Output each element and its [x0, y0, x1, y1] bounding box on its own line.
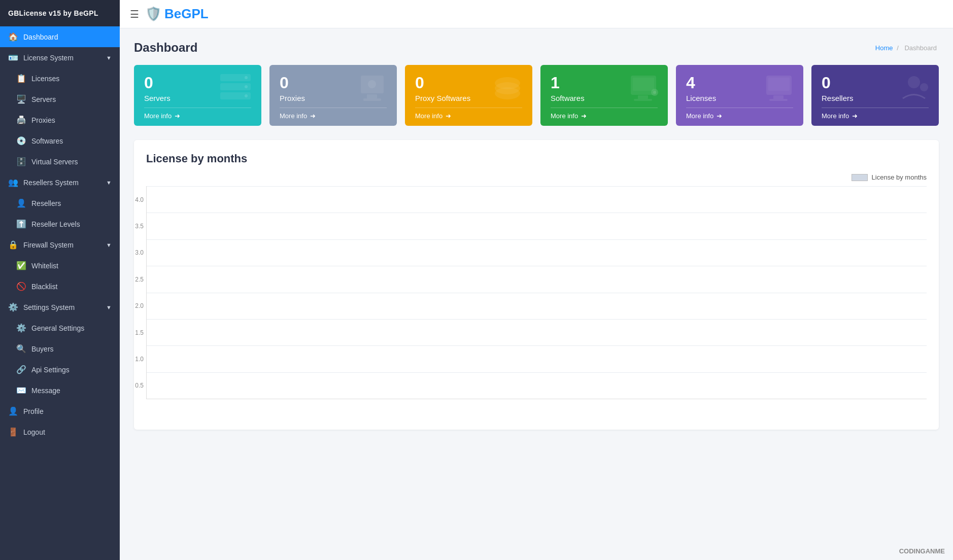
- svg-rect-22: [769, 99, 788, 101]
- whitelist-icon: ✅: [16, 261, 26, 270]
- breadcrumb-current: Dashboard: [904, 44, 937, 52]
- grid-line-35: 3.5: [147, 213, 927, 239]
- arrow-right-icon2: ➜: [310, 112, 316, 120]
- profile-icon: 👤: [8, 406, 18, 416]
- sidebar-item-api-settings[interactable]: 🔗 Api Settings: [0, 359, 120, 380]
- sidebar-label-virtual-servers: Virtual Servers: [31, 158, 78, 166]
- svg-point-4: [245, 85, 248, 88]
- resellers-more-info[interactable]: More info ➜: [822, 108, 929, 124]
- grid-label-15: 1.5: [128, 329, 144, 336]
- svg-rect-15: [638, 95, 648, 99]
- arrow-right-icon4: ➜: [581, 112, 587, 120]
- grid-line-25: 2.5: [147, 266, 927, 292]
- proxies-stat-card: 0 Proxies More info ➜: [269, 65, 397, 126]
- grid-line-30: 3.0: [147, 239, 927, 266]
- svg-point-18: [653, 91, 656, 94]
- sidebar-item-whitelist[interactable]: ✅ Whitelist: [0, 255, 120, 276]
- sidebar-label-whitelist: Whitelist: [31, 262, 58, 270]
- sidebar-label-resellers-system: Resellers System: [23, 179, 79, 187]
- proxy-softwares-more-info[interactable]: More info ➜: [415, 108, 522, 124]
- message-icon: ✉️: [16, 386, 26, 395]
- arrow-right-icon: ➜: [175, 112, 180, 120]
- content-area: Dashboard Home / Dashboard 0 Servers: [120, 28, 953, 560]
- logo-shield-icon: 🛡️: [145, 6, 161, 22]
- stat-cards: 0 Servers More info ➜: [134, 65, 939, 126]
- general-settings-icon: ⚙️: [16, 323, 26, 333]
- settings-icon: ⚙️: [8, 302, 18, 312]
- sidebar-item-firewall-system[interactable]: 🔒 Firewall System ▼: [0, 234, 120, 255]
- dashboard-icon: 🏠: [8, 32, 18, 42]
- sidebar-label-buyers: Buyers: [31, 345, 54, 353]
- sidebar-item-general-settings[interactable]: ⚙️ General Settings: [0, 318, 120, 338]
- sidebar-item-resellers[interactable]: 👤 Resellers: [0, 193, 120, 214]
- sidebar-item-proxies[interactable]: 🖨️ Proxies: [0, 110, 120, 130]
- sidebar-item-logout[interactable]: 🚪 Logout: [0, 422, 120, 442]
- sidebar-item-settings-system[interactable]: ⚙️ Settings System ▼: [0, 297, 120, 318]
- svg-point-12: [495, 87, 520, 99]
- sidebar-item-dashboard[interactable]: 🏠 Dashboard: [0, 26, 120, 47]
- sidebar: GBLicense v15 by BeGPL 🏠 Dashboard 🪪 Lic…: [0, 0, 120, 560]
- buyers-icon: 🔍: [16, 344, 26, 354]
- sidebar-label-general-settings: General Settings: [31, 324, 84, 332]
- grid-line-40: 4.0: [147, 186, 927, 213]
- sidebar-label-dashboard: Dashboard: [23, 33, 58, 41]
- svg-rect-16: [634, 99, 652, 101]
- licenses-icon: 📋: [16, 74, 26, 83]
- grid-line-05: 0.5: [147, 372, 927, 399]
- virtual-servers-icon: 🗄️: [16, 157, 26, 166]
- logo-text: BeGPL: [164, 6, 209, 22]
- breadcrumb: Home / Dashboard: [875, 44, 939, 52]
- softwares-icon: 💿: [16, 136, 26, 146]
- sidebar-item-licenses[interactable]: 📋 Licenses: [0, 68, 120, 89]
- svg-rect-8: [363, 98, 381, 101]
- sidebar-label-profile: Profile: [23, 407, 44, 415]
- svg-rect-20: [768, 78, 790, 91]
- resellers-system-icon: 👥: [8, 178, 18, 187]
- chart-grid: 4.0 3.5 3.0 2.5 2.0 1.5: [146, 186, 927, 399]
- sidebar-label-reseller-levels: Reseller Levels: [31, 220, 80, 228]
- grid-label-30: 3.0: [128, 249, 144, 256]
- breadcrumb-home-link[interactable]: Home: [875, 44, 893, 52]
- sidebar-item-virtual-servers[interactable]: 🗄️ Virtual Servers: [0, 151, 120, 172]
- grid-line-15: 1.5: [147, 319, 927, 345]
- svg-rect-14: [633, 78, 654, 91]
- breadcrumb-row: Dashboard Home / Dashboard: [134, 41, 939, 55]
- proxies-more-info[interactable]: More info ➜: [280, 108, 387, 124]
- svg-rect-7: [367, 94, 377, 98]
- resellers-more-info-label: More info: [822, 112, 849, 120]
- topbar: ☰ 🛡️ BeGPL: [120, 0, 953, 28]
- softwares-more-info-label: More info: [551, 112, 578, 120]
- sidebar-item-reseller-levels[interactable]: ⬆️ Reseller Levels: [0, 214, 120, 234]
- sidebar-label-firewall-system: Firewall System: [23, 241, 74, 249]
- sidebar-item-license-system[interactable]: 🪪 License System ▼: [0, 47, 120, 68]
- licenses-card-icon: [762, 73, 795, 107]
- sidebar-label-resellers: Resellers: [31, 199, 61, 207]
- proxies-icon: 🖨️: [16, 115, 26, 125]
- logo-gpl: GPL: [181, 6, 208, 21]
- api-settings-icon: 🔗: [16, 365, 26, 374]
- logo-be: Be: [164, 6, 181, 21]
- softwares-card-icon: [627, 73, 660, 107]
- arrow-right-icon3: ➜: [446, 112, 451, 120]
- chevron-down-icon-firewall: ▼: [106, 242, 112, 248]
- sidebar-item-profile[interactable]: 👤 Profile: [0, 401, 120, 422]
- sidebar-item-resellers-system[interactable]: 👥 Resellers System ▼: [0, 172, 120, 193]
- sidebar-item-message[interactable]: ✉️ Message: [0, 380, 120, 401]
- servers-stat-card: 0 Servers More info ➜: [134, 65, 261, 126]
- sidebar-item-servers[interactable]: 🖥️ Servers: [0, 89, 120, 110]
- firewall-icon: 🔒: [8, 240, 18, 250]
- svg-point-23: [908, 76, 920, 88]
- licenses-more-info[interactable]: More info ➜: [686, 108, 793, 124]
- svg-point-3: [245, 76, 248, 79]
- servers-more-info[interactable]: More info ➜: [144, 108, 251, 124]
- grid-line-20: 2.0: [147, 293, 927, 319]
- softwares-more-info[interactable]: More info ➜: [551, 108, 658, 124]
- menu-toggle-icon[interactable]: ☰: [130, 8, 139, 20]
- sidebar-item-buyers[interactable]: 🔍 Buyers: [0, 338, 120, 359]
- chart-area: 4.0 3.5 3.0 2.5 2.0 1.5: [146, 186, 927, 419]
- sidebar-item-softwares[interactable]: 💿 Softwares: [0, 130, 120, 151]
- svg-point-5: [245, 94, 248, 97]
- grid-line-10: 1.0: [147, 345, 927, 372]
- sidebar-item-blacklist[interactable]: 🚫 Blacklist: [0, 276, 120, 297]
- svg-point-24: [920, 83, 928, 91]
